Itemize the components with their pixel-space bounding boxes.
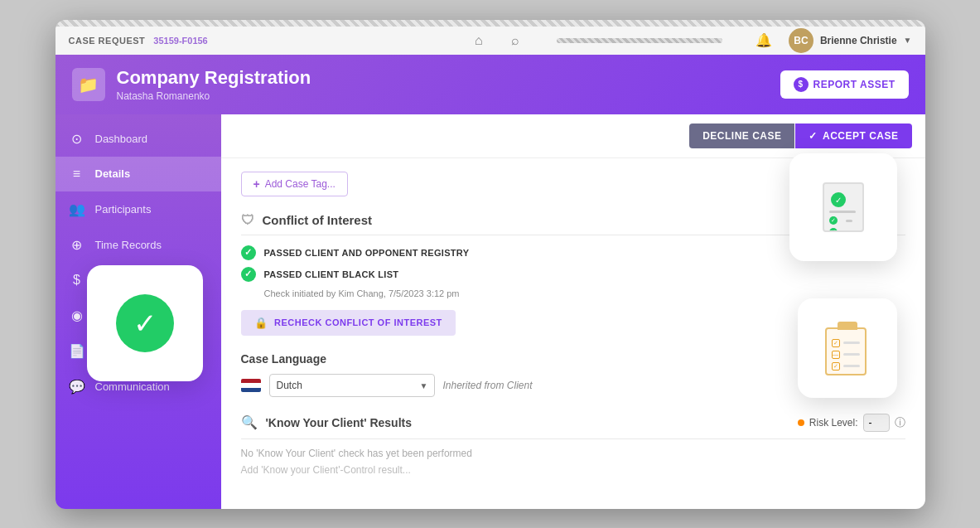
top-bar-icons: ⌂ ⌕ 🔔 BC Brienne Christie ▼ bbox=[467, 28, 912, 53]
communication-icon: 💬 bbox=[69, 379, 85, 395]
check-icon-1: ✓ bbox=[241, 245, 256, 260]
dutch-flag-icon bbox=[241, 379, 261, 392]
header-info: Company Registration Natasha Romanenko bbox=[117, 67, 311, 102]
report-asset-button[interactable]: $ REPORT ASSET bbox=[780, 70, 909, 99]
doc-check-1: ✓ bbox=[831, 192, 846, 207]
recheck-label: RECHECK CONFLICT OF INTEREST bbox=[274, 317, 442, 327]
decline-case-button[interactable]: DECLINE CASE bbox=[689, 124, 794, 148]
sidebar-item-dashboard[interactable]: ⊙ Dashboard bbox=[56, 121, 221, 157]
conflict-shield-icon: 🛡 bbox=[241, 213, 254, 228]
report-asset-label: REPORT ASSET bbox=[813, 79, 896, 90]
action-bar: DECLINE CASE ✓ ACCEPT CASE bbox=[221, 114, 925, 158]
floating-document-card: ✓ ✓ ✓ bbox=[789, 153, 897, 261]
risk-dot-icon bbox=[798, 419, 804, 426]
flag-blue-stripe bbox=[241, 388, 261, 392]
stripe-bar bbox=[56, 20, 925, 27]
document-icon: ✓ ✓ ✓ bbox=[823, 182, 864, 232]
kyc-search-icon: 🔍 bbox=[241, 414, 258, 430]
check-item-2: ✓ PASSED CLIENT BLACK LIST bbox=[241, 267, 905, 282]
lock-icon: 🔒 bbox=[254, 317, 268, 329]
recheck-conflict-button[interactable]: 🔒 RECHECK CONFLICT OF INTEREST bbox=[241, 310, 456, 336]
browser-window: CASE REQUEST 35159-F0156 ⌂ ⌕ 🔔 BC Brienn… bbox=[56, 20, 925, 509]
user-name: Brienne Christie bbox=[820, 35, 897, 46]
floating-clipboard-card: ✓ — ✓ bbox=[798, 298, 897, 398]
language-select[interactable]: Dutch bbox=[269, 374, 435, 397]
shield-big-icon: ✓ bbox=[116, 294, 174, 352]
accept-check-icon: ✓ bbox=[809, 130, 818, 142]
sidebar-item-details[interactable]: ≡ Details bbox=[56, 157, 221, 191]
time-icon: ⊕ bbox=[69, 237, 85, 253]
floating-shield-card: ✓ bbox=[87, 265, 203, 381]
case-title: Company Registration bbox=[117, 67, 311, 89]
kyc-add-link[interactable]: Add 'Know your Client'-Control result... bbox=[241, 464, 905, 476]
inherited-label: Inherited from Client bbox=[443, 380, 533, 391]
check1-label: PASSED CLIENT AND OPPONENT REGISTRY bbox=[264, 248, 470, 258]
add-case-tag-button[interactable]: + Add Case Tag... bbox=[241, 172, 348, 196]
case-folder-icon: 📁 bbox=[72, 68, 105, 101]
header-bar: 📁 Company Registration Natasha Romanenko… bbox=[56, 55, 925, 114]
sidebar-label-participants: Participants bbox=[95, 203, 152, 216]
notification-icon[interactable]: 🔔 bbox=[752, 29, 775, 52]
check-subtitle: Check initiated by Kim Chang, 7/5/2023 3… bbox=[264, 288, 905, 298]
sidebar-item-time-records[interactable]: ⊕ Time Records bbox=[56, 227, 221, 263]
language-select-wrapper: Dutch ▼ bbox=[269, 374, 435, 397]
kyc-empty-message: No 'Know Your Client' check has yet been… bbox=[241, 448, 905, 459]
add-icon: + bbox=[253, 177, 260, 191]
sidebar-label-details: Details bbox=[95, 167, 131, 180]
participants-icon: 👥 bbox=[69, 201, 85, 217]
risk-level-label: Risk Level: bbox=[809, 417, 858, 429]
dashboard-icon: ⊙ bbox=[69, 131, 85, 147]
top-bar: CASE REQUEST 35159-F0156 ⌂ ⌕ 🔔 BC Brienn… bbox=[56, 27, 925, 55]
check2-label: PASSED CLIENT BLACK LIST bbox=[264, 269, 399, 279]
risk-info-icon[interactable]: ⓘ bbox=[895, 415, 905, 430]
avatar: BC bbox=[789, 28, 813, 53]
check-icon-2: ✓ bbox=[241, 267, 256, 282]
case-client: Natasha Romanenko bbox=[117, 90, 311, 102]
search-icon[interactable]: ⌕ bbox=[504, 29, 527, 52]
accept-case-button[interactable]: ✓ ACCEPT CASE bbox=[795, 124, 911, 148]
user-avatar-area[interactable]: BC Brienne Christie ▼ bbox=[789, 28, 912, 53]
clipboard-icon: ✓ — ✓ bbox=[825, 322, 871, 375]
report-asset-icon: $ bbox=[794, 77, 809, 92]
home-icon[interactable]: ⌂ bbox=[467, 29, 490, 52]
sidebar-item-participants[interactable]: 👥 Participants bbox=[56, 191, 221, 227]
dropdown-arrow-icon[interactable]: ▼ bbox=[904, 36, 912, 45]
case-request-label: CASE REQUEST bbox=[69, 36, 146, 46]
risk-select-wrapper: - bbox=[863, 414, 890, 432]
add-tag-label: Add Case Tag... bbox=[265, 178, 336, 190]
kyc-section-header: 🔍 'Know Your Client' Results Risk Level:… bbox=[241, 414, 905, 439]
conflict-title: Conflict of Interest bbox=[263, 213, 373, 227]
sidebar-label-time: Time Records bbox=[95, 239, 162, 251]
risk-level-area: Risk Level: - ⓘ bbox=[798, 414, 905, 432]
expenses-icon: $ bbox=[69, 273, 85, 288]
case-id: 35159-F0156 bbox=[153, 36, 207, 46]
risk-level-select[interactable]: - bbox=[863, 414, 890, 432]
kyc-title: 'Know Your Client' Results bbox=[266, 416, 413, 429]
activities-icon: ◉ bbox=[69, 308, 85, 323]
sidebar-label-communication: Communication bbox=[95, 380, 170, 393]
documents-icon: 📄 bbox=[69, 343, 85, 359]
accept-label: ACCEPT CASE bbox=[823, 130, 899, 142]
details-icon: ≡ bbox=[69, 167, 85, 182]
sidebar-label-dashboard: Dashboard bbox=[95, 133, 148, 145]
